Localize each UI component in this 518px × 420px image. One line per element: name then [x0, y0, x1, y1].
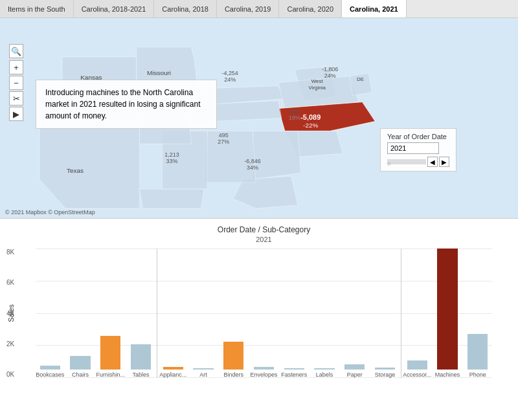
y-tick-8k: 8K — [6, 249, 14, 256]
bar-label-4: Applianc... — [159, 371, 186, 378]
bar-group-12[interactable]: Accessor... — [403, 249, 432, 378]
bar-11 — [375, 368, 395, 370]
bar-label-8: Fasteners — [281, 371, 307, 378]
search-button[interactable]: 🔍 — [9, 44, 23, 58]
svg-text:Missouri: Missouri — [147, 69, 171, 76]
bar-group-14[interactable]: Phone — [463, 249, 492, 378]
bar-8 — [284, 368, 304, 370]
bar-group-4[interactable]: Applianc... — [159, 249, 188, 378]
tab-bar: Items in the SouthCarolina, 2018-2021Car… — [0, 0, 518, 18]
bar-label-10: Paper — [347, 371, 363, 378]
bar-group-5[interactable]: Art — [189, 249, 218, 378]
svg-text:299: 299 — [289, 109, 299, 115]
chart-title: Order Date / Sub-Category — [36, 225, 492, 234]
y-tick-6k: 6K — [6, 279, 14, 286]
annotation-box: Introducing machines to the North Caroli… — [36, 80, 217, 129]
chart-subtitle: 2021 — [36, 236, 492, 243]
arrow-button[interactable]: ▶ — [9, 107, 23, 121]
bar-group-3[interactable]: Tables — [126, 249, 155, 378]
bar-label-12: Accessor... — [403, 371, 431, 378]
bars-container: BookcasesChairsFurnishin...TablesApplian… — [36, 249, 492, 378]
bar-label-11: Storage — [375, 371, 396, 378]
bar-group-9[interactable]: Labels — [310, 249, 339, 378]
bar-label-14: Phone — [469, 371, 486, 378]
svg-text:-4,254: -4,254 — [221, 70, 238, 76]
year-filter: Year of Order Date ○ ◀ ▶ — [380, 128, 456, 171]
bar-6 — [223, 342, 243, 370]
bar-group-11[interactable]: Storage — [370, 249, 400, 378]
year-prev-button[interactable]: ◀ — [427, 157, 438, 167]
zoom-out-button[interactable]: − — [9, 76, 23, 90]
bar-4 — [163, 367, 183, 370]
scissors-button[interactable]: ✂ — [9, 91, 23, 105]
svg-text:19%: 19% — [289, 115, 300, 121]
y-tick-2k: 2K — [6, 340, 14, 348]
bar-group-10[interactable]: Paper — [340, 249, 369, 378]
tab-carolina--2019[interactable]: Carolina, 2019 — [217, 0, 280, 17]
bar-7 — [254, 367, 274, 370]
bar-label-1: Chairs — [72, 371, 89, 378]
year-input[interactable] — [387, 142, 439, 154]
bar-label-3: Tables — [133, 371, 150, 378]
bar-group-0[interactable]: Bookcases — [36, 249, 65, 378]
bar-group-2[interactable]: Furnishin... — [96, 249, 125, 378]
chart-area: Order Date / Sub-Category 2021 Sales 8K … — [0, 219, 518, 420]
bar-group-13[interactable]: Machines — [433, 249, 462, 378]
svg-text:West: West — [311, 78, 324, 84]
svg-text:-1,806: -1,806 — [322, 66, 338, 72]
svg-text:-6,846: -6,846 — [244, 158, 260, 164]
chart-inner: Sales 8K 6K 4K 2K 0K BookcasesChairsFurn… — [36, 249, 492, 378]
bar-label-0: Bookcases — [36, 371, 64, 378]
tab-carolina--2018-2021[interactable]: Carolina, 2018-2021 — [74, 0, 155, 17]
bar-group-7[interactable]: Envelopes — [249, 249, 278, 378]
bar-14 — [467, 334, 488, 370]
svg-text:DE: DE — [357, 76, 364, 82]
year-next-button[interactable]: ▶ — [439, 157, 449, 167]
tab-carolina--2018[interactable]: Carolina, 2018 — [154, 0, 217, 17]
bar-label-13: Machines — [435, 371, 460, 378]
svg-text:495: 495 — [219, 132, 229, 138]
bar-5 — [193, 368, 213, 370]
tab-items-in-the-south[interactable]: Items in the South — [0, 0, 74, 17]
mapbox-credit: © 2021 Mapbox © OpenStreetMap — [5, 209, 95, 216]
svg-text:24%: 24% — [224, 76, 236, 83]
svg-text:Texas: Texas — [67, 167, 84, 174]
bar-12 — [407, 360, 427, 370]
bar-0 — [40, 366, 60, 370]
bar-9 — [314, 368, 334, 370]
svg-text:33%: 33% — [166, 158, 177, 164]
bar-group-1[interactable]: Chairs — [66, 249, 95, 378]
svg-text:34%: 34% — [247, 164, 258, 171]
bar-group-6[interactable]: Binders — [219, 249, 248, 378]
bar-group-8[interactable]: Fasteners — [280, 249, 309, 378]
svg-text:-5,089: -5,089 — [300, 113, 321, 121]
y-tick-0k: 0K — [6, 371, 14, 378]
svg-text:27%: 27% — [218, 138, 229, 145]
chart-divider-12 — [401, 249, 401, 378]
bar-2 — [100, 336, 120, 370]
bar-1 — [70, 356, 90, 370]
zoom-in-button[interactable]: + — [9, 60, 23, 74]
svg-text:-22%: -22% — [303, 122, 318, 129]
year-slider[interactable]: ○ — [387, 159, 426, 164]
bar-label-6: Binders — [224, 371, 244, 378]
map-area: Kansas Missouri Texas West Virginia DE -… — [0, 18, 518, 219]
chart-divider-4 — [157, 249, 157, 378]
tab-carolina--2021[interactable]: Carolina, 2021 — [342, 0, 407, 17]
bar-10 — [344, 364, 365, 370]
svg-text:Virginia: Virginia — [308, 85, 326, 91]
y-tick-4k: 4K — [6, 310, 14, 317]
y-axis: 8K 6K 4K 2K 0K — [6, 249, 14, 378]
bar-13 — [437, 249, 457, 370]
bar-3 — [131, 344, 151, 370]
bar-label-7: Envelopes — [250, 371, 277, 378]
map-controls: + − ✂ ▶ — [9, 60, 23, 121]
annotation-text: Introducing machines to the North Caroli… — [45, 88, 200, 120]
bar-label-9: Labels — [316, 371, 333, 378]
bar-label-2: Furnishin... — [96, 371, 126, 378]
bar-label-5: Art — [199, 371, 207, 378]
tab-carolina--2020[interactable]: Carolina, 2020 — [279, 0, 342, 17]
svg-text:24%: 24% — [324, 72, 336, 79]
year-filter-label: Year of Order Date — [387, 133, 449, 140]
svg-text:1,213: 1,213 — [164, 151, 179, 158]
